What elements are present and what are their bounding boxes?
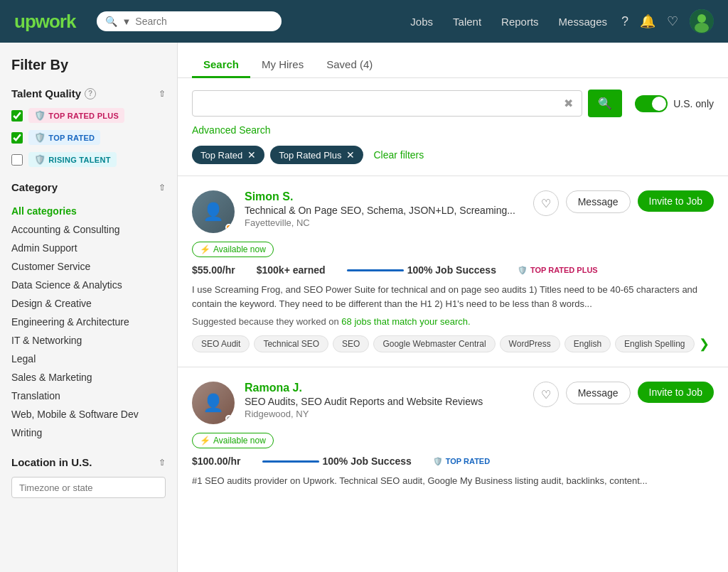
freelancer-info-ramona: Ramona J. SEO Audits, SEO Audit Reports …: [245, 382, 523, 419]
location-section: Location in U.S. ⇧: [11, 456, 166, 498]
stats-row-ramona: $100.00/hr 100% Job Success 🛡️ TOP RATED: [192, 455, 714, 467]
earned-simon: $100k+ earned: [257, 264, 326, 276]
main-layout: Filter By Talent Quality ? ⇧ 🛡️ TOP RATE…: [0, 43, 728, 572]
rated-plus-badge-simon: 🛡️ TOP RATED PLUS: [518, 266, 598, 275]
filter-tag-top-rated[interactable]: Top Rated ✕: [192, 146, 264, 164]
main-search-input[interactable]: seo audit: [201, 97, 558, 109]
avatar-ramona: 👤: [192, 382, 235, 424]
rate-ramona: $100.00/hr: [192, 455, 241, 467]
category-it[interactable]: IT & Networking: [11, 331, 166, 350]
freelancer-name-simon[interactable]: Simon S.: [245, 190, 523, 203]
tab-my-hires[interactable]: My Hires: [250, 53, 315, 78]
clear-filters-button[interactable]: Clear filters: [369, 146, 428, 163]
category-accounting[interactable]: Accounting & Consulting: [11, 220, 166, 239]
category-admin[interactable]: Admin Support: [11, 239, 166, 257]
freelancer-location-simon: Fayetteville, NC: [245, 217, 523, 228]
avatar-simon: 👤: [192, 190, 235, 233]
skill-english-spelling[interactable]: English Spelling: [615, 335, 694, 352]
skill-google-webmaster[interactable]: Google Webmaster Central: [373, 335, 495, 352]
category-all[interactable]: All categories: [11, 202, 166, 220]
shield-pink-icon: 🛡️: [34, 110, 46, 121]
search-input-wrap[interactable]: seo audit ✖: [192, 90, 582, 117]
card-top-ramona: 👤 Ramona J. SEO Audits, SEO Audit Report…: [192, 382, 714, 424]
talent-quality-help[interactable]: ?: [85, 88, 96, 99]
message-ramona-button[interactable]: Message: [566, 382, 631, 404]
message-simon-button[interactable]: Message: [566, 190, 631, 213]
search-input[interactable]: [135, 16, 263, 27]
online-dot-ramona: [225, 415, 232, 422]
svg-point-2: [695, 23, 709, 33]
location-chevron[interactable]: ⇧: [159, 458, 166, 468]
advanced-search-link[interactable]: Advanced Search: [192, 124, 714, 136]
skill-wordpress[interactable]: WordPress: [500, 335, 560, 352]
tabs-bar: Search My Hires Saved (4): [178, 43, 728, 78]
freelancer-card-simon: 👤 Simon S. Technical & On Page SEO, Sche…: [178, 176, 728, 367]
skill-seo[interactable]: SEO: [333, 335, 369, 352]
search-clear-button[interactable]: ✖: [564, 97, 573, 110]
help-icon[interactable]: ?: [621, 14, 628, 29]
category-sales[interactable]: Sales & Marketing: [11, 368, 166, 387]
category-web[interactable]: Web, Mobile & Software Dev: [11, 405, 166, 423]
job-success-bar-ramona: [262, 460, 319, 463]
skill-tags-simon: SEO Audit Technical SEO SEO Google Webma…: [192, 335, 714, 352]
filter-tag-top-rated-remove[interactable]: ✕: [247, 149, 256, 161]
nav-talent[interactable]: Talent: [453, 16, 481, 28]
favorites-icon[interactable]: ♡: [667, 14, 678, 29]
search-submit-button[interactable]: 🔍: [588, 90, 622, 117]
location-input[interactable]: [19, 482, 158, 493]
search-category-dropdown[interactable]: ▼: [122, 16, 131, 27]
shield-teal-icon: 🛡️: [34, 154, 46, 165]
tab-saved[interactable]: Saved (4): [315, 53, 384, 78]
category-header: Category ⇧: [11, 181, 166, 193]
search-area: seo audit ✖ 🔍 U.S. only Advanced Search …: [178, 78, 728, 176]
talent-quality-chevron[interactable]: ⇧: [159, 89, 166, 99]
skill-english[interactable]: English: [564, 335, 611, 352]
category-design[interactable]: Design & Creative: [11, 294, 166, 313]
talent-top-rated-plus-item: 🛡️ TOP RATED PLUS: [11, 108, 166, 123]
save-simon-button[interactable]: ♡: [533, 190, 559, 216]
category-chevron[interactable]: ⇧: [159, 183, 166, 193]
category-legal[interactable]: Legal: [11, 350, 166, 368]
skill-seo-audit[interactable]: SEO Audit: [192, 335, 250, 352]
shield-blue-icon: 🛡️: [34, 132, 46, 143]
talent-quality-label: Talent Quality ?: [11, 87, 96, 99]
nav-jobs[interactable]: Jobs: [410, 16, 433, 28]
talent-top-rated-checkbox[interactable]: [11, 132, 23, 144]
category-data-science[interactable]: Data Science & Analytics: [11, 276, 166, 294]
talent-rising-checkbox[interactable]: [11, 154, 23, 166]
freelancer-name-ramona[interactable]: Ramona J.: [245, 382, 523, 394]
dropdown-label: ▼: [122, 16, 131, 27]
job-success-ramona: 100% Job Success: [262, 455, 412, 467]
freelancer-card-ramona: 👤 Ramona J. SEO Audits, SEO Audit Report…: [178, 367, 728, 508]
invite-simon-button[interactable]: Invite to Job: [638, 190, 714, 212]
tab-search[interactable]: Search: [192, 53, 250, 78]
category-writing[interactable]: Writing: [11, 423, 166, 442]
notifications-icon[interactable]: 🔔: [640, 14, 655, 29]
description-ramona: #1 SEO audits provider on Upwork. Techni…: [192, 474, 714, 488]
us-toggle-wrap: U.S. only: [635, 95, 714, 112]
location-input-wrap: [11, 477, 166, 498]
skill-technical-seo[interactable]: Technical SEO: [254, 335, 328, 352]
category-translation[interactable]: Translation: [11, 387, 166, 405]
top-rated-plus-badge: 🛡️ TOP RATED PLUS: [28, 108, 124, 123]
active-filter-tags: Top Rated ✕ Top Rated Plus ✕ Clear filte…: [192, 146, 714, 164]
card-actions-simon: ♡ Message Invite to Job: [533, 190, 714, 216]
nav-messages[interactable]: Messages: [559, 16, 607, 28]
category-customer-service[interactable]: Customer Service: [11, 257, 166, 276]
sidebar: Filter By Talent Quality ? ⇧ 🛡️ TOP RATE…: [0, 43, 178, 572]
header-search-bar[interactable]: 🔍 ▼: [97, 11, 282, 31]
nav-reports[interactable]: Reports: [501, 16, 539, 28]
avatar[interactable]: [690, 9, 714, 33]
description-simon: I use Screaming Frog, and SEO Power Suit…: [192, 283, 714, 311]
freelancer-title-simon: Technical & On Page SEO, Schema, JSON+LD…: [245, 205, 523, 216]
invite-ramona-button[interactable]: Invite to Job: [638, 382, 714, 403]
more-skills-button-simon[interactable]: ❯: [699, 336, 710, 352]
filter-tag-top-rated-plus[interactable]: Top Rated Plus ✕: [270, 146, 363, 164]
suggested-count-link-simon[interactable]: 68 jobs that match your search.: [341, 316, 470, 327]
filter-tag-top-rated-plus-remove[interactable]: ✕: [346, 149, 355, 161]
save-ramona-button[interactable]: ♡: [533, 382, 559, 407]
category-engineering[interactable]: Engineering & Architecture: [11, 313, 166, 331]
top-rated-badge: 🛡️ TOP RATED: [28, 130, 100, 145]
talent-top-rated-plus-checkbox[interactable]: [11, 110, 23, 122]
us-only-toggle[interactable]: [635, 95, 668, 112]
